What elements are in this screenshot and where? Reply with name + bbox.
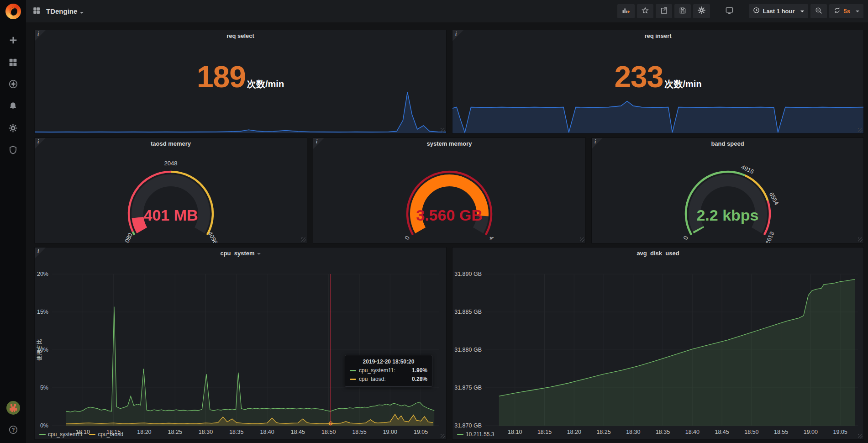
y-axis-tick-label: 31.875 GB	[454, 385, 482, 391]
resize-handle[interactable]	[858, 237, 863, 242]
y-axis-tick-label: 5%	[40, 385, 48, 391]
legend-item-cpu-taosd[interactable]: cpu_taosd	[89, 431, 123, 438]
legend-color-dash	[457, 434, 463, 435]
x-axis-tick-label: 18:50	[744, 429, 758, 435]
gauge-value-arc	[698, 229, 699, 230]
legend-label: cpu_taosd	[98, 431, 123, 438]
panel-title[interactable]: taosd memery	[35, 140, 307, 147]
x-axis-tick-label: 19:05	[414, 429, 428, 435]
time-series-graph[interactable]: 31.870 GB31.875 GB31.880 GB31.885 GB31.8…	[452, 248, 863, 439]
tooltip-series-value: 0.28%	[412, 376, 427, 382]
panel-title[interactable]: system memory	[313, 140, 585, 147]
gauge-value: 3.560 GB	[313, 206, 585, 224]
sidebar-item-dashboards[interactable]	[0, 57, 26, 69]
sparkline-line	[35, 92, 446, 132]
gauge: 08020484096	[35, 149, 307, 243]
share-icon	[660, 6, 668, 16]
legend-item-cpu-system11[interactable]: cpu_system11	[39, 431, 83, 438]
x-axis-tick-label: 18:15	[537, 429, 552, 435]
star-icon	[641, 6, 649, 16]
x-axis-tick-label: 18:50	[321, 429, 336, 435]
sidebar-item-configuration[interactable]	[0, 123, 26, 135]
dashboard-title-menu[interactable]: TDengine	[46, 7, 84, 16]
gauge: 0491665548192	[592, 149, 863, 243]
add-panel-icon	[621, 6, 631, 16]
legend-item-host[interactable]: 10.211.55.3	[457, 431, 494, 438]
gauge-scale-label: 6554	[768, 191, 780, 206]
sparkline[interactable]	[35, 91, 446, 133]
x-axis-tick-label: 18:55	[352, 429, 366, 435]
chevron-down-icon	[80, 12, 84, 14]
singlestat-unit: 次数/min	[247, 78, 284, 90]
dashboard-settings-button[interactable]	[693, 4, 710, 18]
x-axis-tick-label: 18:25	[168, 429, 182, 435]
refresh-interval-label: 5s	[844, 8, 850, 15]
panel-title[interactable]: cpu_system	[35, 250, 446, 257]
panel-title[interactable]: avg_disk_used	[452, 250, 863, 257]
save-button[interactable]	[674, 4, 691, 18]
zoom-out-button[interactable]	[810, 4, 827, 18]
panel-req-select: i req select 189 次数/min	[34, 30, 447, 134]
y-axis-tick-label: 20%	[37, 271, 48, 277]
gauge-scale-label: 0	[403, 235, 411, 241]
dashboard-title: TDengine	[46, 7, 77, 15]
panel-title[interactable]: band speed	[592, 140, 863, 147]
sidebar-item-server-admin[interactable]	[0, 145, 26, 157]
tooltip-timestamp: 2019-12-20 18:50:20	[350, 359, 427, 365]
refresh-button[interactable]: 5s	[829, 4, 863, 18]
tooltip-series-value: 1.90%	[412, 367, 427, 374]
panel-system-memory: i system memory 04 3.560 GB	[313, 137, 586, 243]
x-axis-tick-label: 18:40	[260, 429, 274, 435]
resize-handle[interactable]	[858, 434, 863, 438]
tooltip-series-label: cpu_taosd:	[359, 376, 386, 382]
time-series-graph[interactable]: 0%5%10%15%20%18:1018:1518:2018:2518:3018…	[35, 248, 446, 439]
resize-handle[interactable]	[441, 434, 445, 438]
cycle-view-button[interactable]	[721, 4, 738, 18]
series-color-dash	[350, 379, 356, 380]
question-icon: ?	[8, 428, 18, 436]
add-panel-button[interactable]	[617, 4, 635, 18]
x-axis-tick-label: 19:00	[804, 429, 818, 435]
time-range-button[interactable]: Last 1 hour	[749, 4, 808, 18]
panel-title[interactable]: req insert	[452, 32, 863, 39]
tooltip-series-label: cpu_system11:	[359, 367, 395, 374]
legend-color-dash	[89, 434, 95, 435]
dashboards-grid-icon	[8, 58, 18, 69]
user-avatar[interactable]	[6, 401, 20, 417]
legend-label: 10.211.55.3	[466, 431, 494, 438]
shield-icon	[8, 145, 18, 157]
panel-taosd-memory: i taosd memery 08020484096 401 MB	[34, 137, 307, 243]
share-button[interactable]	[656, 4, 672, 18]
resize-handle[interactable]	[441, 128, 445, 132]
star-button[interactable]	[637, 4, 653, 18]
gauge-scale-label: 2048	[164, 160, 178, 167]
legend-color-dash	[39, 434, 46, 435]
x-axis-tick-label: 18:20	[137, 429, 151, 435]
resize-handle[interactable]	[858, 128, 863, 132]
graph-tooltip: 2019-12-20 18:50:20 cpu_system11: 1.90% …	[345, 355, 432, 387]
navbar: TDengine	[26, 0, 868, 22]
x-axis-tick-label: 18:45	[715, 429, 729, 435]
y-axis-tick-label: 31.890 GB	[454, 271, 482, 277]
sidebar-item-create[interactable]	[0, 35, 26, 47]
x-axis-tick-label: 18:35	[229, 429, 243, 435]
y-axis-tick-label: 31.885 GB	[454, 309, 482, 315]
panel-title[interactable]: req select	[35, 32, 446, 39]
grafana-logo[interactable]	[0, 0, 26, 22]
x-axis-tick-label: 18:30	[199, 429, 213, 435]
sidebar-item-alerting[interactable]	[0, 101, 26, 113]
help-button[interactable]: ?	[8, 425, 18, 437]
sparkline-area	[35, 92, 446, 133]
y-axis-tick-label: 15%	[37, 309, 48, 315]
resize-handle[interactable]	[580, 237, 584, 242]
sidebar-item-explore[interactable]	[0, 79, 26, 91]
apps-grid-icon[interactable]	[32, 6, 41, 16]
chevron-down-icon	[856, 11, 859, 12]
gauge-scale-label: 4096	[207, 230, 219, 243]
sparkline[interactable]	[452, 91, 863, 133]
resize-handle[interactable]	[301, 237, 306, 242]
bell-icon	[8, 101, 18, 113]
x-axis-tick-label: 18:40	[685, 429, 700, 435]
save-icon	[679, 6, 687, 16]
gear-icon	[697, 6, 706, 16]
